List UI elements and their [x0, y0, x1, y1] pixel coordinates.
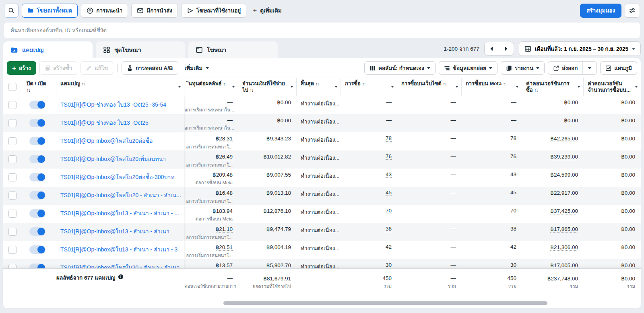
create-button[interactable]: + สร้าง: [7, 61, 36, 75]
chevron-down-icon[interactable]: [455, 86, 458, 88]
filter-recommendations[interactable]: การแนะนำ: [81, 4, 128, 18]
export-options-button[interactable]: [582, 62, 597, 74]
col-website-purchases[interactable]: การซื้อบนเว็บไซต์ ↑↓: [397, 78, 462, 96]
sort-icon: ↑↓: [27, 88, 30, 93]
chevron-down-icon[interactable]: [290, 86, 293, 88]
row-checkbox[interactable]: [8, 246, 17, 254]
col-meta-purchases[interactable]: การซื้อบน Meta ↑↓: [462, 78, 522, 96]
chevron-down-icon[interactable]: [334, 86, 338, 88]
tab-ads[interactable]: โฆษณา: [188, 41, 278, 58]
tab-campaigns[interactable]: แคมเปญ: [3, 41, 93, 58]
col-ends[interactable]: สิ้นสุด ↑↓: [297, 78, 341, 96]
amount-spent-value: ฿9,013.18: [238, 189, 291, 196]
filter-all-ads[interactable]: โฆษณาทั้งหมด: [22, 4, 78, 18]
row-checkbox[interactable]: [8, 192, 17, 200]
tab-ad-sets[interactable]: ชุดโฆษณา: [96, 41, 185, 58]
campaign-name-link[interactable]: TS01[R]@Op-ช่างทอง ใบ13 -Oct25: [60, 119, 149, 126]
cost-per-result-sub: อการเริ่มการสนทนาใน...: [184, 106, 233, 113]
filter-had-delivery[interactable]: มีการนำส่ง: [131, 4, 178, 18]
date-range-picker[interactable]: เดือนที่แล้ว: 1 ก.ย. 2025 – 30 ก.ย. 2025: [519, 41, 641, 56]
search-input[interactable]: [10, 27, 634, 33]
horizontal-scrollbar-thumb[interactable]: [223, 301, 547, 305]
campaign-toggle-on[interactable]: [29, 119, 45, 127]
meta-purchases-cell: 42: [462, 241, 522, 259]
chevron-down-icon[interactable]: [516, 86, 519, 88]
cost-per-result-sub: ต่อการซื้อบน Meta: [184, 179, 233, 186]
campaign-toggle-on[interactable]: [29, 155, 45, 163]
purchases-cell: 70: [341, 205, 397, 223]
campaign-name-link[interactable]: TS01[R]@Op-Inbox@ใบ13 - สำเนา - สำเนา - …: [60, 210, 179, 216]
campaign-name-link[interactable]: TS01[R]@Op-Inbox@ใบ13 - สำเนา - สำเนา - …: [60, 246, 178, 253]
chevron-down-icon[interactable]: [577, 86, 580, 88]
campaign-toggle-on[interactable]: [29, 191, 45, 200]
campaign-toggle-on[interactable]: [29, 227, 45, 236]
row-checkbox[interactable]: [8, 264, 17, 269]
amount-spent-cell: ฿9,474.79: [238, 223, 297, 241]
campaign-name-link[interactable]: TS01[R]@Op-Inbox@โพสใบ20ต่อซื้อ: [60, 138, 153, 144]
search-button[interactable]: [4, 4, 19, 18]
chevron-down-icon[interactable]: [635, 86, 638, 88]
cost-per-result-value: ฿21.10: [216, 226, 233, 233]
cost-per-result-sub: อการเริ่มการสนทนาใน...: [184, 124, 233, 132]
row-checkbox[interactable]: [8, 137, 17, 145]
next-page-button[interactable]: [499, 42, 514, 55]
columns-button[interactable]: คอลัมน์: กำหนดเอง: [364, 61, 436, 75]
col-purchases[interactable]: การซื้อ ↑↓: [341, 78, 397, 96]
purchases-value: 43: [386, 171, 392, 178]
sort-icon: ↑↓: [443, 81, 446, 86]
create-view-button[interactable]: สร้างมุมมอง: [580, 4, 621, 18]
campaign-name-link[interactable]: TS01[R]@Op-Inbox@โพสใบ20 - สำเนา - สำเน.…: [60, 192, 181, 198]
campaign-name-link[interactable]: TS01[R]@Op-Inbox@โพสใบ20เพิ่มสนทนา: [60, 156, 166, 162]
more-button[interactable]: เพิ่มเติม: [182, 64, 213, 72]
campaign-name-link[interactable]: TS01[R]@Op-Inbox@โพสใบ20 - สำเนา - สำเนา: [60, 264, 180, 269]
row-checkbox[interactable]: [8, 119, 17, 127]
col-purchase-conversion-value[interactable]: ค่าคอนเวอร์ชันการซื้อ ↑↓: [522, 78, 584, 96]
conversion-value-2: ฿0.00: [584, 262, 635, 268]
duplicate-label: สร้างซ้ำ: [54, 64, 72, 72]
website-purchases-value: —: [397, 244, 456, 250]
chevron-down-icon[interactable]: [178, 86, 181, 88]
col-cost-per-result[interactable]: ันทุนต่อผลลัพธ์ ↑↓: [184, 78, 238, 96]
see-more-button[interactable]: + ดูเพิ่มเติม: [250, 6, 285, 15]
select-all-checkbox[interactable]: [8, 83, 17, 91]
ab-test-button[interactable]: การทดสอบ A/B: [122, 61, 178, 75]
duplicate-button[interactable]: สร้างซ้ำ: [39, 61, 77, 75]
charts-button[interactable]: แผนภูมิ: [600, 61, 637, 75]
row-checkbox[interactable]: [8, 173, 17, 181]
conversion-value-2: ฿0.00: [584, 208, 635, 214]
campaign-toggle-on[interactable]: [29, 245, 45, 254]
col-campaign[interactable]: แคมเปญ ↑↓: [56, 78, 184, 96]
previous-page-button[interactable]: [485, 42, 499, 55]
campaign-name-link[interactable]: TS01[R]@Op-Inbox@ใบ13 - สำเนา - สำเนา: [60, 228, 169, 235]
campaign-name-link[interactable]: TS01[R]@Op-ช่างทอง ใบ13 -Oct25 -35-54: [60, 101, 166, 108]
row-checkbox[interactable]: [8, 228, 17, 236]
chevron-down-icon[interactable]: [391, 86, 394, 88]
col-toggle[interactable]: ปิด / เปิด ↑↓: [23, 78, 56, 96]
campaign-toggle-on[interactable]: [29, 264, 45, 269]
info-icon[interactable]: [118, 273, 124, 280]
row-checkbox[interactable]: [8, 210, 17, 218]
col-conversion-value-2[interactable]: ค่าคอนเวอร์ชันจำนวนการซื้อบน...: [584, 78, 641, 96]
col-amount-spent[interactable]: จำนวนเงินที่ใช้จ่ายไป ↑↓: [238, 78, 297, 96]
website-purchases-cell: —: [397, 114, 462, 132]
campaign-toggle-on[interactable]: [29, 137, 45, 145]
calendar-icon: [524, 45, 531, 52]
breakdown-button[interactable]: ข้อมูลแยกย่อย: [439, 61, 497, 75]
horizontal-scrollbar-track[interactable]: [3, 301, 641, 305]
export-button[interactable]: ส่งออก: [548, 62, 582, 74]
filter-active-ads[interactable]: โฆษณาที่ใช้งานอยู่: [181, 4, 246, 18]
campaign-toggle-on[interactable]: [29, 209, 45, 218]
filter-label: มีการนำส่ง: [147, 6, 172, 15]
row-checkbox[interactable]: [8, 155, 17, 163]
reports-button[interactable]: รายงาน: [501, 61, 545, 75]
amount-spent-value: ฿9,007.55: [238, 171, 291, 178]
ends-value: ทำงานต่อเนื่อง...: [301, 99, 341, 108]
chevron-down-icon[interactable]: [232, 86, 235, 88]
row-checkbox[interactable]: [8, 101, 17, 109]
view-settings-button[interactable]: [625, 4, 640, 18]
campaign-name-link[interactable]: TS01[R]@Op-Inbox@โพสใบ20ต่อซื้อ-300บาท: [60, 174, 174, 180]
toggle-knob: [37, 210, 45, 217]
edit-button[interactable]: แก้ไข: [80, 61, 113, 75]
campaign-toggle-on[interactable]: [29, 173, 45, 181]
campaign-toggle-on[interactable]: [29, 101, 45, 109]
